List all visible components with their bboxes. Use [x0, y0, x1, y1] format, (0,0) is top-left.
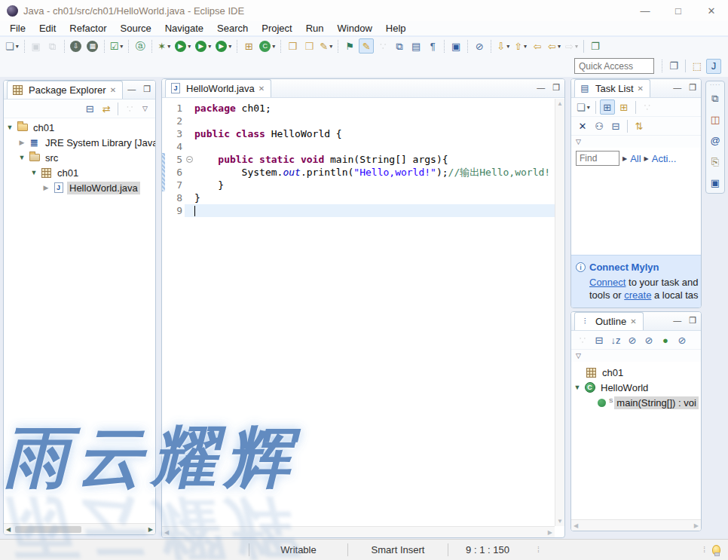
dropdown-arrow-icon[interactable]: ▾: [120, 43, 123, 50]
debug-icon[interactable]: ✶▾: [156, 38, 172, 54]
dropdown-arrow-icon[interactable]: ▾: [228, 43, 231, 50]
line-number[interactable]: 9: [165, 204, 185, 217]
expand-icon[interactable]: ▶: [622, 155, 627, 162]
view-menu-icon[interactable]: ▽: [574, 136, 586, 147]
fold-column[interactable]: −: [185, 153, 194, 166]
menu-file[interactable]: File: [3, 23, 32, 34]
show-whitespace-icon[interactable]: ¶: [425, 38, 440, 54]
menu-help[interactable]: Help: [379, 23, 413, 34]
collapse-all-icon[interactable]: ⊟: [592, 332, 607, 347]
hide-static-icon[interactable]: ⊘: [641, 332, 656, 347]
scrollbar-thumb[interactable]: [15, 526, 81, 533]
scroll-up-icon[interactable]: ▲: [557, 100, 563, 107]
pen-tool-icon[interactable]: ✎▾: [318, 38, 334, 54]
new-java-class-icon[interactable]: C▾: [258, 38, 277, 54]
restore-views-icon[interactable]: ⧉: [708, 90, 723, 106]
expand-icon[interactable]: ▶: [644, 155, 649, 162]
code-line-8[interactable]: 8}: [162, 191, 555, 204]
maximize-view-icon[interactable]: ❒: [689, 316, 696, 325]
close-window-button[interactable]: ✕: [695, 5, 728, 17]
previous-annotation-icon[interactable]: ⇧▾: [512, 38, 528, 54]
dropdown-arrow-icon[interactable]: ▾: [558, 43, 561, 50]
show-source-icon[interactable]: ▤: [408, 38, 424, 54]
hide-non-public-icon[interactable]: ●: [658, 332, 673, 347]
menu-navigate[interactable]: Navigate: [158, 23, 210, 34]
scroll-right-icon[interactable]: ▶: [694, 522, 699, 529]
close-icon[interactable]: ✕: [110, 86, 116, 94]
code-line-5[interactable]: 5− public static void main(String[] args…: [162, 153, 555, 166]
scroll-left-icon[interactable]: ◀: [164, 529, 169, 536]
run-verify-icon[interactable]: ☑▾: [109, 38, 125, 54]
create-link[interactable]: create: [624, 289, 651, 301]
code-line-6[interactable]: 6 System.out.println("Hello,world!");//输…: [162, 166, 555, 179]
dropdown-arrow-icon[interactable]: ▾: [524, 43, 527, 50]
collapse-fold-icon[interactable]: −: [186, 156, 193, 163]
dropdown-arrow-icon[interactable]: ▾: [329, 43, 332, 50]
tree-item-package-ch01[interactable]: ▼ ch01: [4, 165, 155, 180]
code-line-2[interactable]: 2: [162, 115, 555, 127]
collapse-all-icon[interactable]: ⊟: [608, 118, 623, 133]
expander-icon[interactable]: ▼: [16, 154, 28, 161]
scroll-left-icon[interactable]: ◀: [574, 522, 578, 529]
minimize-view-icon[interactable]: —: [127, 84, 136, 93]
tab-task-list[interactable]: ▤ Task List ✕: [574, 79, 650, 97]
link-with-editor-icon[interactable]: ⇄: [99, 101, 114, 116]
new-wizard-icon[interactable]: ❏▾: [4, 38, 20, 54]
line-number[interactable]: 5: [165, 153, 185, 166]
menu-search[interactable]: Search: [210, 23, 255, 34]
outline-item-method-main[interactable]: S main(String[]) : voi: [571, 395, 701, 410]
new-android-project-icon[interactable]: ⓐ: [133, 38, 148, 54]
code-line-7[interactable]: 7 }: [162, 179, 555, 191]
maximize-view-icon[interactable]: ❒: [143, 84, 151, 93]
task-repositories-icon[interactable]: ◫: [708, 112, 723, 127]
editor-hscrollbar[interactable]: ◀ ▶: [162, 526, 555, 537]
avd-manager-icon[interactable]: ▦: [85, 38, 100, 54]
code-text[interactable]: }: [194, 191, 555, 204]
quick-access-input[interactable]: [574, 58, 654, 74]
code-text[interactable]: public static void main(String[] args){: [194, 153, 555, 166]
hide-annotations-icon[interactable]: ⊘: [472, 38, 487, 54]
code-text[interactable]: [194, 204, 555, 217]
link-with-editor-icon[interactable]: ⧉: [392, 38, 407, 54]
code-text[interactable]: [194, 115, 555, 127]
minimize-view-icon[interactable]: —: [673, 83, 681, 92]
close-icon[interactable]: ✕: [630, 317, 636, 326]
back-to-last-edit-icon[interactable]: ⇦: [530, 38, 545, 54]
code-line-1[interactable]: 1package ch01;: [162, 102, 555, 115]
line-number[interactable]: 2: [165, 115, 185, 127]
package-explorer-hscrollbar[interactable]: ◀ ▶: [4, 523, 155, 534]
menu-project[interactable]: Project: [255, 23, 298, 34]
outline-hscrollbar[interactable]: ◀ ▶: [571, 519, 701, 531]
code-line-4[interactable]: 4: [162, 140, 555, 153]
maximize-view-icon[interactable]: ❒: [552, 83, 560, 92]
editor-vscrollbar[interactable]: ▲ ▼: [555, 99, 564, 526]
remote-console-icon[interactable]: ▣: [708, 175, 723, 190]
code-line-3[interactable]: 3public class HelloWorld {: [162, 127, 555, 140]
run-external-tools-icon[interactable]: ▶▾: [194, 38, 213, 54]
code-text[interactable]: public class HelloWorld {: [194, 127, 555, 140]
maximize-view-icon[interactable]: ❒: [689, 83, 696, 92]
close-icon[interactable]: ✕: [638, 84, 644, 93]
hide-local-types-icon[interactable]: ⊘: [674, 332, 690, 347]
mark-occurrences-icon[interactable]: ✎: [359, 38, 374, 54]
open-type-flag-icon[interactable]: ⚑: [342, 38, 357, 54]
dropdown-arrow-icon[interactable]: ▾: [188, 43, 191, 50]
menu-window[interactable]: Window: [331, 23, 379, 34]
maximize-window-button[interactable]: □: [662, 5, 695, 17]
tree-item-jre-library[interactable]: ▶ ≣ JRE System Library [JavaS: [4, 135, 155, 150]
code-text[interactable]: System.out.println("Hello,world!");//输出H…: [194, 166, 555, 179]
code-text[interactable]: package ch01;: [194, 102, 555, 115]
open-perspective-icon[interactable]: ❐: [666, 59, 681, 74]
line-number[interactable]: 3: [165, 127, 185, 140]
tab-package-explorer[interactable]: Package Explorer ✕: [7, 81, 123, 99]
dropdown-arrow-icon[interactable]: ▾: [208, 43, 211, 50]
scroll-left-icon[interactable]: ◀: [6, 526, 11, 533]
perspective-java-icon[interactable]: J: [706, 59, 721, 74]
code-line-9[interactable]: 9: [162, 204, 555, 217]
hide-fields-icon[interactable]: ⊘: [625, 332, 640, 347]
outline-item-class-helloworld[interactable]: ▼ C HelloWorld: [571, 380, 701, 395]
code-text[interactable]: [194, 140, 555, 153]
dropdown-arrow-icon[interactable]: ▾: [167, 43, 170, 50]
line-number[interactable]: 7: [165, 179, 185, 191]
scroll-right-icon[interactable]: ▶: [548, 529, 552, 536]
